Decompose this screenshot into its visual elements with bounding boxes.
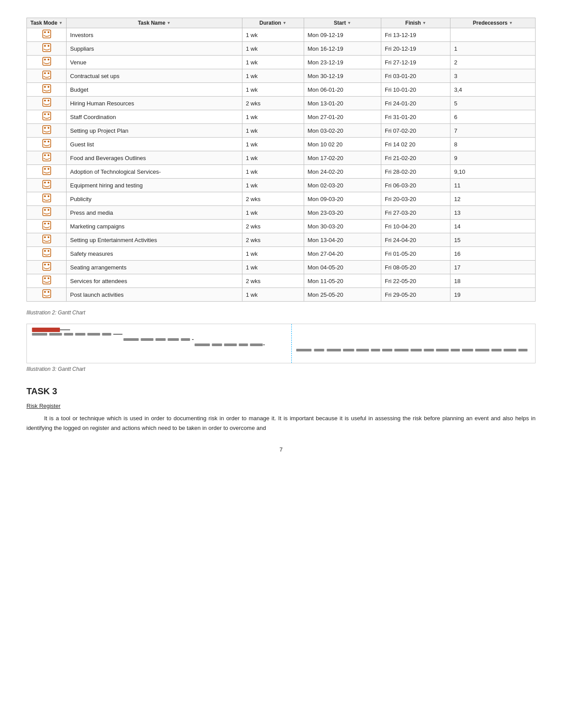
start-cell: Mon 06-01-20 <box>304 83 381 97</box>
svg-rect-69 <box>156 338 166 341</box>
finish-cell: Fri 07-02-20 <box>381 124 450 138</box>
start-cell: Mon 23-12-19 <box>304 56 381 69</box>
duration-cell: 1 wk <box>242 206 304 220</box>
svg-point-22 <box>44 127 46 129</box>
svg-rect-93 <box>518 349 528 351</box>
svg-point-46 <box>44 236 46 238</box>
duration-cell: 2 wks <box>242 192 304 206</box>
task-mode-icon <box>27 206 67 220</box>
svg-point-17 <box>48 100 49 101</box>
task-name-cell: Services for attendees <box>67 274 242 288</box>
col-header-taskname[interactable]: Task Name ▼ <box>67 18 242 28</box>
svg-point-41 <box>48 209 49 211</box>
task-mode-icon <box>27 220 67 233</box>
svg-point-55 <box>44 277 46 279</box>
svg-rect-81 <box>356 349 369 351</box>
svg-rect-0 <box>43 30 51 38</box>
col-header-start[interactable]: Start ▼ <box>304 18 381 28</box>
task-name-cell: Press and media <box>67 206 242 220</box>
task-name-cell: Suppliars <box>67 42 242 56</box>
svg-point-26 <box>48 141 49 142</box>
task-name-cell: Marketing campaigns <box>67 220 242 233</box>
duration-cell: 1 wk <box>242 56 304 69</box>
svg-point-25 <box>44 141 46 142</box>
start-cell: Mon 09-12-19 <box>304 28 381 42</box>
svg-point-58 <box>44 291 46 293</box>
predecessors-cell: 18 <box>450 274 536 288</box>
task-mode-icon <box>27 124 67 138</box>
task-mode-icon <box>27 274 67 288</box>
task-mode-icon <box>27 288 67 302</box>
svg-rect-45 <box>43 235 51 243</box>
duration-cell: 1 wk <box>242 247 304 261</box>
table-row: Suppliars1 wkMon 16-12-19Fri 20-12-191 <box>27 42 536 56</box>
svg-point-34 <box>44 182 46 183</box>
col-header-finish[interactable]: Finish ▼ <box>381 18 450 28</box>
svg-point-19 <box>44 113 46 115</box>
start-cell: Mon 30-12-19 <box>304 69 381 83</box>
duration-cell: 1 wk <box>242 179 304 192</box>
finish-cell: Fri 08-05-20 <box>381 261 450 274</box>
task-name-cell: Staff Coordination <box>67 110 242 124</box>
svg-point-16 <box>44 100 46 101</box>
finish-cell: Fri 01-05-20 <box>381 247 450 261</box>
table-row: Setting up Project Plan1 wkMon 03-02-20F… <box>27 124 536 138</box>
task-mode-icon <box>27 138 67 151</box>
svg-rect-71 <box>181 338 190 341</box>
table-row: Services for attendees2 wksMon 11-05-20F… <box>27 274 536 288</box>
task-name-cell: Equipment hiring and testing <box>67 179 242 192</box>
risk-register-link[interactable]: Risk Register <box>26 403 536 409</box>
predecessors-cell: 5 <box>450 97 536 110</box>
illustration2-caption: Illustration 2: Gantt Chart <box>26 310 536 316</box>
svg-rect-57 <box>43 290 51 298</box>
task-name-cell: Adoption of Technological Services- <box>67 165 242 179</box>
duration-cell: 1 wk <box>242 124 304 138</box>
start-cell: Mon 13-01-20 <box>304 97 381 110</box>
task-name-cell: Venue <box>67 56 242 69</box>
task3-body: It is a tool or technique which is used … <box>26 414 536 433</box>
svg-rect-77 <box>296 349 312 351</box>
start-cell: Mon 27-01-20 <box>304 110 381 124</box>
table-row: Post launch activities1 wkMon 25-05-20Fr… <box>27 288 536 302</box>
start-cell: Mon 03-02-20 <box>304 124 381 138</box>
finish-cell: Fri 21-02-20 <box>381 151 450 165</box>
task-name-cell: Investors <box>67 28 242 42</box>
task-mode-icon <box>27 69 67 83</box>
start-cell: Mon 13-04-20 <box>304 233 381 247</box>
duration-cell: 2 wks <box>242 274 304 288</box>
svg-point-35 <box>48 182 49 183</box>
task-mode-icon <box>27 151 67 165</box>
svg-point-59 <box>48 291 49 293</box>
predecessors-cell: 11 <box>450 179 536 192</box>
svg-rect-12 <box>43 85 51 93</box>
svg-point-13 <box>44 86 46 88</box>
svg-rect-80 <box>343 349 354 351</box>
svg-point-31 <box>44 168 46 170</box>
svg-rect-73 <box>212 343 222 346</box>
svg-rect-42 <box>43 221 51 229</box>
svg-rect-62 <box>49 333 62 336</box>
task-mode-icon <box>27 179 67 192</box>
duration-cell: 1 wk <box>242 69 304 83</box>
table-row: Contractual set ups1 wkMon 30-12-19Fri 0… <box>27 69 536 83</box>
svg-rect-86 <box>424 349 434 351</box>
start-cell: Mon 02-03-20 <box>304 179 381 192</box>
predecessors-cell: 19 <box>450 288 536 302</box>
svg-rect-18 <box>43 112 51 120</box>
svg-rect-33 <box>43 180 51 188</box>
finish-cell: Fri 24-04-20 <box>381 233 450 247</box>
svg-rect-24 <box>43 139 51 147</box>
finish-cell: Fri 06-03-20 <box>381 179 450 192</box>
predecessors-cell: 8 <box>450 138 536 151</box>
svg-rect-84 <box>395 349 409 351</box>
start-cell: Mon 10 02 20 <box>304 138 381 151</box>
col-header-mode[interactable]: Task Mode ▼ <box>27 18 67 28</box>
svg-rect-79 <box>327 349 341 351</box>
table-row: Press and media1 wkMon 23-03-20Fri 27-03… <box>27 206 536 220</box>
col-header-predecessors[interactable]: Predecessors ▼ <box>450 18 536 28</box>
col-header-duration[interactable]: Duration ▼ <box>242 18 304 28</box>
svg-rect-78 <box>314 349 324 351</box>
svg-rect-76 <box>250 343 263 346</box>
task-mode-icon <box>27 28 67 42</box>
table-row: Publicity2 wksMon 09-03-20Fri 20-03-2012 <box>27 192 536 206</box>
